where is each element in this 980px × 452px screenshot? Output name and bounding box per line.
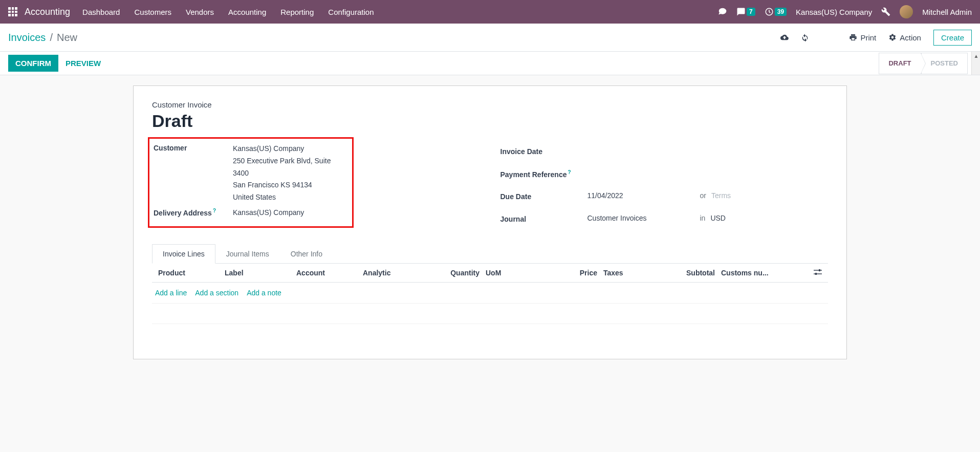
table-empty-row — [152, 304, 828, 324]
customer-field: Customer Kansas(US) Company 250 Executiv… — [154, 143, 348, 204]
voip-icon[interactable] — [718, 7, 727, 16]
table-empty-row — [152, 324, 828, 345]
print-button[interactable]: Print — [849, 33, 876, 42]
breadcrumb-parent[interactable]: Invoices — [8, 32, 46, 44]
terms-input[interactable]: Terms — [711, 190, 731, 202]
col-customs[interactable]: Customs nu... — [718, 269, 774, 277]
print-label: Print — [860, 33, 876, 42]
debug-icon[interactable] — [881, 7, 890, 16]
col-analytic[interactable]: Analytic — [360, 269, 442, 277]
breadcrumb-bar: Invoices / New Print Action Create — [0, 24, 980, 52]
highlight-annotation: Customer Kansas(US) Company 250 Executiv… — [148, 137, 354, 228]
payment-ref-field: Payment Reference? — [500, 164, 829, 183]
journal-label: Journal — [500, 214, 587, 223]
breadcrumb-current: New — [57, 32, 77, 44]
nav-item-accounting[interactable]: Accounting — [228, 8, 266, 16]
avatar[interactable] — [900, 5, 913, 18]
brand-title[interactable]: Accounting — [25, 7, 70, 17]
nav-item-dashboard[interactable]: Dashboard — [82, 8, 120, 16]
customer-name: Kansas(US) Company — [233, 143, 348, 155]
customer-value[interactable]: Kansas(US) Company 250 Executive Park Bl… — [233, 143, 348, 204]
due-date-label: Due Date — [500, 191, 587, 201]
delivery-value[interactable]: Kansas(US) Company — [233, 207, 348, 219]
right-column: Invoice Date Payment Reference? Due Date… — [500, 141, 829, 231]
sheet-title: Draft — [152, 111, 828, 131]
tab-invoice-lines[interactable]: Invoice Lines — [152, 244, 215, 264]
table-action-row: Add a line Add a section Add a note — [152, 283, 828, 304]
col-taxes[interactable]: Taxes — [600, 269, 677, 277]
svg-rect-2 — [819, 269, 820, 271]
in-text: in — [700, 212, 706, 225]
customer-addr2: San Francisco KS 94134 — [233, 179, 348, 191]
invoice-date-label: Invoice Date — [500, 146, 587, 156]
help-icon[interactable]: ? — [213, 208, 216, 213]
delivery-label: Delivery Address? — [154, 207, 233, 217]
nav-right: 7 39 Kansas(US) Company Mitchell Admin — [718, 5, 972, 18]
status-posted[interactable]: POSTED — [921, 53, 968, 74]
journal-field: Journal Customer Invoices in USD — [500, 209, 829, 228]
left-column: Customer Kansas(US) Company 250 Executiv… — [152, 141, 480, 231]
journal-value[interactable]: Customer Invoices — [587, 212, 695, 225]
payment-ref-label: Payment Reference? — [500, 168, 587, 179]
table-body: Add a line Add a section Add a note — [152, 283, 828, 345]
content-area: Customer Invoice Draft Customer Kansas(U… — [0, 75, 980, 359]
scroll-up-icon[interactable]: ▲ — [972, 52, 980, 60]
col-price[interactable]: Price — [564, 269, 600, 277]
discard-button[interactable] — [801, 33, 809, 41]
user-name[interactable]: Mitchell Admin — [922, 8, 972, 16]
control-panel-actions: Print Action Create — [780, 30, 972, 46]
journal-value-wrap: Customer Invoices in USD — [587, 212, 829, 225]
col-product[interactable]: Product — [155, 269, 222, 277]
help-icon[interactable]: ? — [568, 169, 571, 175]
col-uom[interactable]: UoM — [483, 269, 564, 277]
confirm-button[interactable]: CONFIRM — [8, 55, 58, 72]
add-section-button[interactable]: Add a section — [195, 289, 238, 297]
activities-count: 39 — [775, 8, 787, 16]
tab-other-info[interactable]: Other Info — [280, 244, 333, 264]
company-selector[interactable]: Kansas(US) Company — [796, 8, 872, 16]
col-account[interactable]: Account — [293, 269, 360, 277]
status-steps: DRAFT POSTED — [879, 53, 980, 74]
form-sheet: Customer Invoice Draft Customer Kansas(U… — [133, 85, 847, 359]
currency-value[interactable]: USD — [710, 212, 726, 225]
col-quantity[interactable]: Quantity — [442, 269, 483, 277]
activities-badge[interactable]: 39 — [765, 7, 787, 16]
invoice-lines-table: Product Label Account Analytic Quantity … — [152, 264, 828, 345]
messages-badge[interactable]: 7 — [736, 7, 755, 16]
nav-item-configuration[interactable]: Configuration — [328, 8, 374, 16]
top-navbar: Accounting Dashboard Customers Vendors A… — [0, 0, 980, 24]
nav-item-vendors[interactable]: Vendors — [186, 8, 214, 16]
tab-journal-items[interactable]: Journal Items — [215, 244, 280, 264]
action-button[interactable]: Action — [888, 33, 921, 42]
breadcrumb-sep: / — [50, 32, 53, 44]
or-text: or — [700, 190, 706, 202]
optional-columns-toggle[interactable] — [810, 269, 825, 277]
nav-item-reporting[interactable]: Reporting — [280, 8, 314, 16]
nav-item-customers[interactable]: Customers — [134, 8, 171, 16]
sheet-label: Customer Invoice — [152, 100, 828, 109]
sliders-icon — [814, 269, 822, 275]
col-label[interactable]: Label — [222, 269, 293, 277]
save-cloud-button[interactable] — [780, 33, 789, 41]
due-date-field: Due Date 11/04/2022 or Terms — [500, 186, 829, 206]
delivery-field: Delivery Address? Kansas(US) Company — [154, 207, 348, 219]
due-date-value-wrap: 11/04/2022 or Terms — [587, 190, 829, 202]
invoice-date-field: Invoice Date — [500, 141, 829, 161]
table-header: Product Label Account Analytic Quantity … — [152, 264, 828, 283]
scrollbar[interactable]: ▲ — [971, 52, 980, 75]
status-draft[interactable]: DRAFT — [879, 53, 921, 74]
apps-icon[interactable] — [8, 7, 17, 16]
due-date-value[interactable]: 11/04/2022 — [587, 190, 695, 202]
add-line-button[interactable]: Add a line — [155, 289, 187, 297]
preview-button[interactable]: PREVIEW — [58, 55, 108, 72]
create-button[interactable]: Create — [933, 30, 972, 46]
action-label: Action — [900, 33, 921, 42]
form-columns: Customer Kansas(US) Company 250 Executiv… — [152, 141, 828, 231]
messages-count: 7 — [747, 8, 755, 16]
svg-rect-4 — [815, 273, 817, 275]
nav-menu: Dashboard Customers Vendors Accounting R… — [82, 8, 718, 16]
tabs: Invoice Lines Journal Items Other Info — [152, 244, 828, 264]
customer-addr3: United States — [233, 191, 348, 204]
add-note-button[interactable]: Add a note — [247, 289, 281, 297]
col-subtotal[interactable]: Subtotal — [677, 269, 718, 277]
